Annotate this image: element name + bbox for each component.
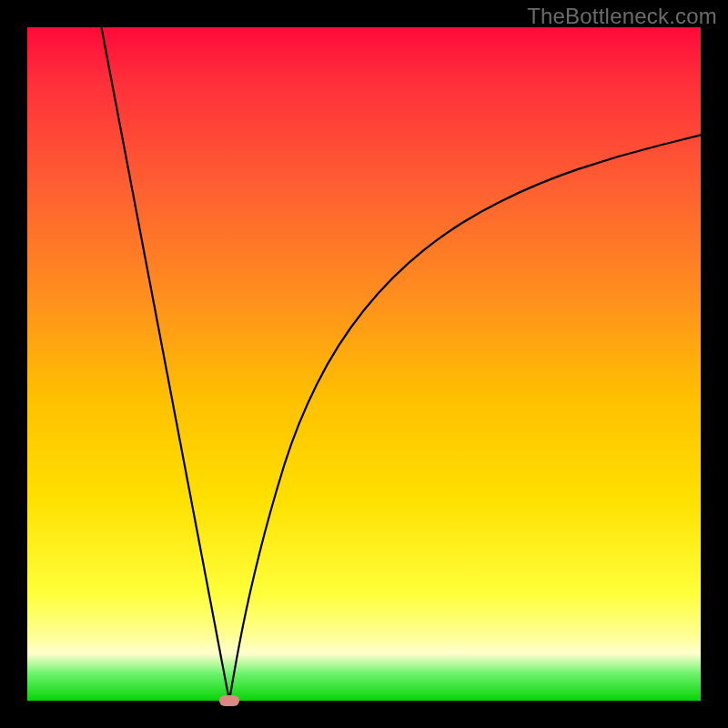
curve-right-segment [229,135,701,701]
watermark-text: TheBottleneck.com [527,4,717,29]
optimal-point-marker [219,695,239,706]
plot-area [27,27,701,701]
curve-left-segment [101,27,229,701]
chart-frame: TheBottleneck.com [0,0,728,728]
bottleneck-curve [27,27,701,701]
